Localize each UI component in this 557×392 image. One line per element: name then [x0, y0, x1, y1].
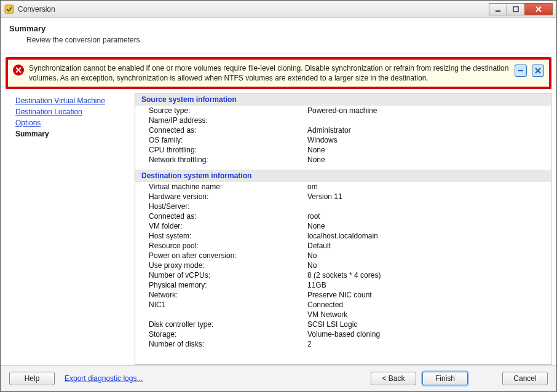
- row-label: Disk controller type:: [135, 319, 301, 329]
- table-row: Virtual machine name:om: [135, 182, 551, 192]
- table-row: Disk controller type:SCSI LSI Logic: [135, 319, 551, 329]
- row-label: Host system:: [135, 231, 301, 241]
- svg-rect-2: [513, 7, 518, 12]
- titlebar: Conversion: [1, 1, 556, 18]
- row-value: [301, 116, 551, 125]
- row-label: Source type:: [135, 106, 301, 116]
- app-icon: [4, 4, 14, 14]
- row-label: OS family:: [135, 135, 301, 145]
- row-label: Use proxy mode:: [135, 261, 301, 270]
- export-logs-link[interactable]: Export diagnostic logs...: [65, 374, 143, 383]
- table-row: Connected as:Administrator: [135, 125, 551, 135]
- row-label: Resource pool:: [135, 241, 301, 251]
- row-value: Default: [301, 241, 551, 251]
- cancel-button[interactable]: Cancel: [502, 372, 548, 385]
- section-heading: Destination system information: [135, 170, 551, 182]
- error-actions: [515, 65, 544, 77]
- row-value: Version 11: [301, 192, 551, 202]
- table-row: Resource pool:Default: [135, 241, 551, 251]
- table-row: OS family:Windows: [135, 135, 551, 145]
- wizard-body: Destination Virtual Machine Destination …: [1, 93, 556, 365]
- row-label: Physical memory:: [135, 280, 301, 290]
- close-button[interactable]: [524, 3, 553, 15]
- table-row: VM Network: [135, 310, 551, 319]
- finish-button[interactable]: Finish: [422, 372, 468, 385]
- page-title: Summary: [9, 24, 548, 33]
- row-value: Powered-on machine: [301, 106, 551, 116]
- table-row: Number of vCPUs:8 (2 sockets * 4 cores): [135, 270, 551, 280]
- window-title: Conversion: [18, 5, 489, 14]
- row-value: 2: [301, 339, 551, 349]
- row-label: Name/IP address:: [135, 116, 301, 125]
- table-row: Hardware version:Version 11: [135, 192, 551, 202]
- table-row: Source type:Powered-on machine: [135, 106, 551, 116]
- error-message: Synchronization cannot be enabled if one…: [29, 63, 510, 83]
- table-row: Name/IP address:: [135, 116, 551, 125]
- row-value: [301, 202, 551, 211]
- row-value: VM Network: [301, 310, 551, 319]
- table-row: Host/Server:: [135, 202, 551, 211]
- row-value: Windows: [301, 135, 551, 145]
- row-label: CPU throttling:: [135, 145, 301, 155]
- sidebar-item-dest-location[interactable]: Destination Location: [15, 106, 131, 117]
- row-value: Administrator: [301, 125, 551, 135]
- back-button[interactable]: < Back: [371, 372, 416, 385]
- dismiss-error-button[interactable]: [532, 65, 544, 77]
- row-value: 11GB: [301, 280, 551, 290]
- row-label: Host/Server:: [135, 202, 301, 211]
- row-label: Storage:: [135, 329, 301, 339]
- collapse-error-button[interactable]: [515, 65, 527, 77]
- row-value: No: [301, 261, 551, 270]
- row-label: Number of disks:: [135, 339, 301, 349]
- table-row: Number of disks:2: [135, 339, 551, 349]
- row-value: root: [301, 211, 551, 221]
- table-row: Network:Preserve NIC count: [135, 290, 551, 300]
- sidebar-item-summary[interactable]: Summary: [15, 128, 131, 139]
- row-label: Power on after conversion:: [135, 251, 301, 261]
- table-row: CPU throttling:None: [135, 145, 551, 155]
- wizard-header: Summary Review the conversion parameters: [1, 18, 556, 53]
- table-row: Physical memory:11GB: [135, 280, 551, 290]
- minimize-button[interactable]: [489, 3, 507, 15]
- row-label: Hardware version:: [135, 192, 301, 202]
- row-value: No: [301, 251, 551, 261]
- section-heading: Source system information: [135, 93, 551, 106]
- error-banner: Synchronization cannot be enabled if one…: [6, 57, 551, 89]
- wizard-footer: Help Export diagnostic logs... < Back Fi…: [1, 365, 556, 391]
- sidebar-item-options[interactable]: Options: [15, 117, 131, 128]
- conversion-window: Conversion Summary Review the conversion…: [0, 0, 557, 392]
- sidebar-item-dest-vm[interactable]: Destination Virtual Machine: [15, 95, 131, 106]
- summary-panel[interactable]: Source system informationSource type:Pow…: [135, 93, 551, 365]
- row-label: NIC1: [135, 300, 301, 310]
- row-label: Network throttling:: [135, 155, 301, 165]
- table-row: Power on after conversion:No: [135, 251, 551, 261]
- table-row: VM folder:None: [135, 221, 551, 231]
- row-value: Volume-based cloning: [301, 329, 551, 339]
- row-value: None: [301, 145, 551, 155]
- row-label: [135, 310, 301, 319]
- row-label: Network:: [135, 290, 301, 300]
- row-label: Number of vCPUs:: [135, 270, 301, 280]
- row-label: Connected as:: [135, 211, 301, 221]
- row-value: Preserve NIC count: [301, 290, 551, 300]
- row-value: None: [301, 221, 551, 231]
- row-value: localhost.localdomain: [301, 231, 551, 241]
- row-value: None: [301, 155, 551, 165]
- table-row: NIC1Connected: [135, 300, 551, 310]
- table-row: Network throttling:None: [135, 155, 551, 165]
- summary-table: Virtual machine name:omHardware version:…: [135, 182, 551, 349]
- wizard-steps-sidebar: Destination Virtual Machine Destination …: [6, 93, 135, 365]
- row-label: Virtual machine name:: [135, 182, 301, 192]
- table-row: Connected as:root: [135, 211, 551, 221]
- row-label: VM folder:: [135, 221, 301, 231]
- maximize-button[interactable]: [507, 3, 525, 15]
- table-row: Storage:Volume-based cloning: [135, 329, 551, 339]
- row-value: SCSI LSI Logic: [301, 319, 551, 329]
- row-value: 8 (2 sockets * 4 cores): [301, 270, 551, 280]
- window-controls: [489, 3, 553, 15]
- page-subtitle: Review the conversion parameters: [26, 36, 548, 44]
- help-button[interactable]: Help: [9, 372, 55, 385]
- row-value: Connected: [301, 300, 551, 310]
- error-icon: [13, 65, 24, 76]
- table-row: Host system:localhost.localdomain: [135, 231, 551, 241]
